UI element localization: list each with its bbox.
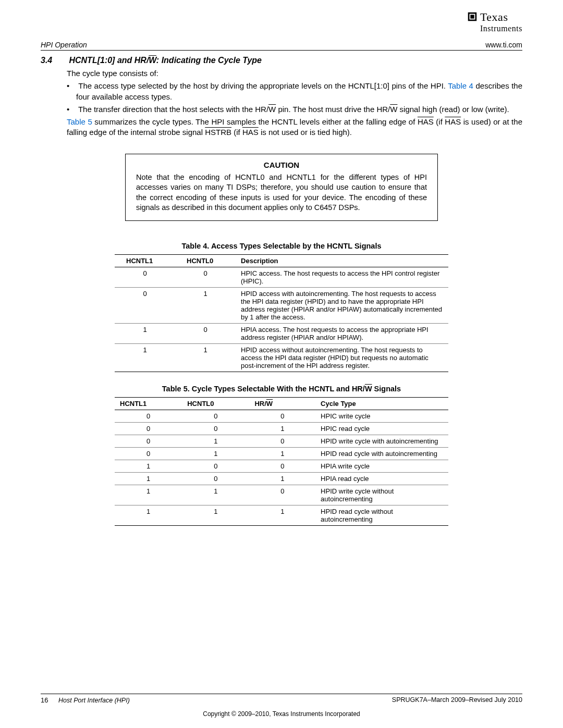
section-title-part: HCNTL[1:0] and HR/ [69,56,149,65]
section-number: 3.4 [41,56,67,65]
logo-text-bottom: Instruments [480,24,522,33]
table-row: 010HPID write cycle with autoincrementin… [115,435,448,447]
section-title-w: W [149,56,156,65]
t4-h2: HCNTL0 [175,254,236,267]
table-4: HCNTL1 HCNTL0 Description 0 0 HPIC acces… [115,254,448,372]
footer-doc-title: Host Port Interface (HPI) [58,697,130,704]
copyright-line: Copyright © 2009–2010, Texas Instruments… [0,710,563,718]
table5-title: Table 5. Cycle Types Selectable With the… [41,385,522,393]
footer-doc-id: SPRUGK7A–March 2009–Revised July 2010 [392,696,522,704]
table-row: 011HPID read cycle with autoincrementing [115,447,448,460]
t4-h1: HCNTL1 [115,254,175,267]
page-footer: 16 Host Port Interface (HPI) SPRUGK7A–Ma… [41,694,522,704]
intro-line: The cycle type consists of: [67,68,522,79]
caution-text: Note that the encoding of HCNTL0 and HCN… [136,172,427,213]
table-row: 0 0 HPIC access. The host requests to ac… [115,267,448,287]
table4-title: Table 4. Access Types Selectable by the … [41,242,522,250]
svg-rect-2 [470,15,474,18]
header-section-title: HPI Operation [41,41,87,49]
page-number: 16 [41,696,48,704]
table-row: 000HPIC write cycle [115,410,448,422]
table5-link[interactable]: Table 5 [67,117,92,126]
table-row: 1 1 HPID access without autoincrementing… [115,343,448,372]
table-row: 001HPIC read cycle [115,422,448,435]
section-title-suffix: : Indicating the Cycle Type [156,56,262,65]
table-row: 111HPID read cycle without autoincrement… [115,505,448,525]
logo-text-top: Texas [480,10,508,23]
t5-h3: HR/W [249,397,315,410]
caution-title: CAUTION [136,161,427,169]
caution-box: CAUTION Note that the encoding of HCNTL0… [125,154,438,221]
table-row: 110HPID write cycle without autoincremen… [115,485,448,505]
table-row: 1 0 HPIA access. The host requests to ac… [115,323,448,343]
ti-chip-icon [467,11,478,22]
section-heading: 3.4 HCNTL[1:0] and HR/W: Indicating the … [41,56,522,65]
table-row: 101HPIA read cycle [115,472,448,485]
table-row: 0 1 HPID access with autoincrementing. T… [115,287,448,323]
table-row: 100HPIA write cycle [115,460,448,472]
bullet-1: The access type selected by the host by … [76,81,522,102]
t5-h1: HCNTL1 [115,397,182,410]
bullet-2: The transfer direction that the host sel… [76,104,522,115]
header-url: www.ti.com [485,41,522,49]
t5-h2: HCNTL0 [182,397,249,410]
t4-h3: Description [236,254,448,267]
paragraph-2: Table 5 summarizes the cycle types. The … [67,117,522,138]
body-text: The cycle type consists of: The access t… [67,68,522,138]
page-header: HPI Operation www.ti.com [41,41,522,51]
ti-logo: Texas Instruments [467,10,522,33]
table-5: HCNTL1 HCNTL0 HR/W Cycle Type 000HPIC wr… [115,397,448,526]
t5-h4: Cycle Type [315,397,448,410]
table4-link[interactable]: Table 4 [448,81,473,90]
